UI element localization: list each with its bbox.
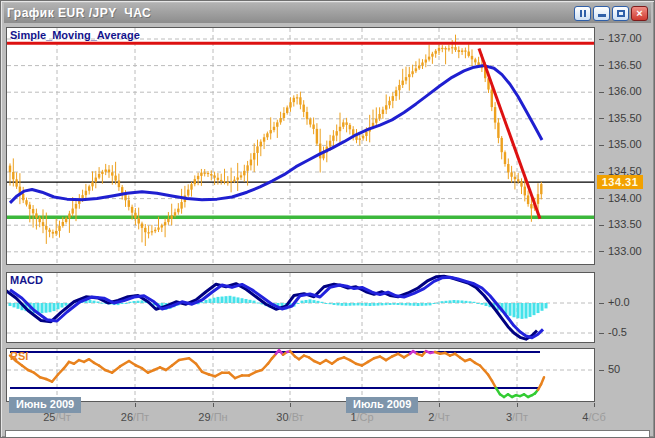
date-label: 3/Пт — [489, 411, 545, 423]
price-tick-label: 135.50 — [599, 112, 653, 124]
minimize-button[interactable] — [593, 6, 610, 21]
price-tick-label: 133.00 — [599, 245, 653, 257]
gridlines — [7, 28, 594, 264]
date-tick — [594, 403, 595, 407]
macd-tick-label: +0.0 — [599, 296, 653, 308]
restore-button[interactable] — [574, 6, 591, 21]
month-badge: Июль 2009 — [346, 397, 418, 413]
price-tick-label: 136.50 — [599, 59, 653, 71]
price-tick-label: 137.00 — [599, 32, 653, 44]
sma-indicator-label: Simple_Moving_Average — [10, 29, 140, 41]
macd-signal-line — [7, 276, 537, 339]
minimize-icon — [598, 14, 606, 17]
date-label: 4/Сб — [566, 411, 622, 423]
rsi-line — [10, 350, 544, 397]
date-label: 29/Пн — [185, 411, 241, 423]
title-bar[interactable]: График EUR /JPY ЧАС × — [4, 3, 651, 23]
month-badge: Июнь 2009 — [9, 397, 81, 413]
date-tick — [135, 403, 136, 407]
date-tick — [439, 403, 440, 407]
price-tick-label: 133.50 — [599, 218, 653, 230]
price-chart-canvas[interactable] — [7, 28, 594, 264]
rsi-panel[interactable]: RSI — [6, 348, 595, 402]
macd-indicator-label: MACD — [10, 274, 43, 286]
current-price-tag: 134.31 — [597, 175, 643, 189]
chart-window: График EUR /JPY ЧАС × Simple_Moving_Aver… — [0, 0, 655, 438]
window-title: График EUR /JPY ЧАС — [7, 6, 151, 20]
price-tick-label: 134.00 — [599, 192, 653, 204]
close-icon: × — [636, 8, 642, 19]
price-tick-label: 135.00 — [599, 138, 653, 150]
rsi-tick-label: 50 — [599, 363, 653, 375]
price-tick-label: 136.00 — [599, 85, 653, 97]
price-chart-panel[interactable]: Simple_Moving_Average — [6, 27, 595, 265]
date-tick — [213, 403, 214, 407]
candles — [9, 35, 543, 246]
date-axis: 25/Чт26/Пт29/Пн30/Вт1/Ср2/Чт3/Пт4/Сб — [1, 402, 655, 428]
next-window-edge — [5, 430, 650, 438]
date-tick — [517, 403, 518, 407]
macd-panel[interactable]: MACD — [6, 272, 595, 343]
date-label: 26/Пт — [107, 411, 163, 423]
pause-bars-icon — [580, 10, 586, 17]
window-buttons: × — [574, 6, 648, 21]
macd-canvas[interactable] — [7, 273, 594, 342]
rsi-indicator-label: RSI — [10, 350, 28, 362]
date-label: 2/Чт — [411, 411, 467, 423]
maximize-icon — [617, 10, 625, 17]
date-tick — [290, 403, 291, 407]
date-label: 30/Вт — [262, 411, 318, 423]
maximize-button[interactable] — [612, 6, 629, 21]
macd-tick-label: -0.5 — [599, 326, 653, 338]
close-button[interactable]: × — [631, 6, 648, 21]
trend-line — [479, 49, 540, 219]
rsi-canvas[interactable] — [7, 349, 594, 401]
macd-main-line — [10, 277, 543, 338]
